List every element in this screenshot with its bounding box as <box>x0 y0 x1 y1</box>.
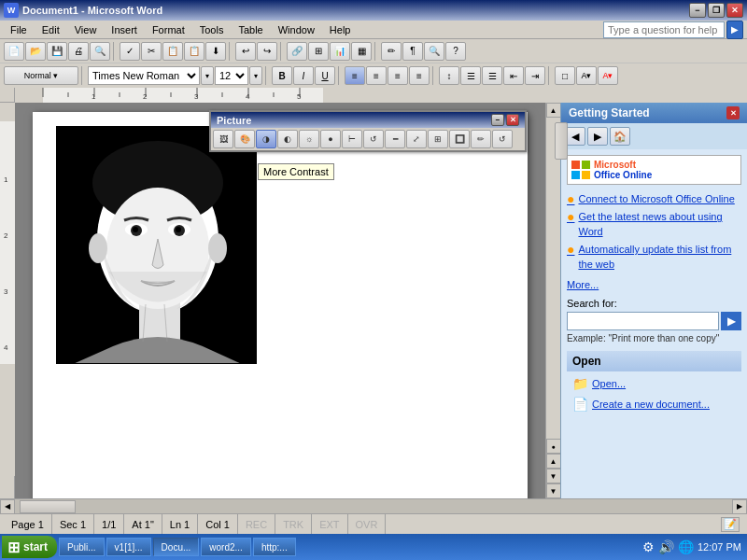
taskbar-item-http[interactable]: http:... <box>253 538 296 556</box>
columns-button[interactable]: ▦ <box>351 42 372 61</box>
italic-button[interactable]: I <box>293 66 314 85</box>
table-button[interactable]: ⊞ <box>308 42 329 61</box>
scroll-thumb[interactable] <box>555 122 568 160</box>
hscroll-track[interactable] <box>15 499 732 514</box>
redo-button[interactable]: ↪ <box>257 42 277 61</box>
align-right-button[interactable]: ≡ <box>388 66 408 85</box>
picture-toolbar-close[interactable]: ✕ <box>506 114 519 126</box>
menu-view[interactable]: View <box>68 21 104 38</box>
scroll-down-button[interactable]: ▼ <box>546 483 561 498</box>
taskbar-item-word2[interactable]: word2... <box>201 538 251 556</box>
color-button[interactable]: 🎨 <box>234 130 255 148</box>
open-link[interactable]: Open... <box>592 378 626 389</box>
more-brightness-button[interactable]: ☼ <box>299 130 319 148</box>
close-button[interactable]: ✕ <box>726 3 743 18</box>
font-dropdown-arrow[interactable]: ▾ <box>201 66 214 85</box>
paste-special-button[interactable]: ⬇ <box>205 42 226 61</box>
gs-link-update[interactable]: ● Automatically update this list from th… <box>567 243 741 272</box>
open-button[interactable]: 📂 <box>25 42 46 61</box>
print-button[interactable]: 🖨 <box>68 42 89 61</box>
menu-edit[interactable]: Edit <box>35 21 66 38</box>
print-preview-button[interactable]: 🔍 <box>90 42 110 61</box>
help-btn[interactable]: ? <box>445 42 466 61</box>
document-container[interactable]: Picture − ✕ 🖼 🎨 ◑ ◐ ☼ ● ⊢ <box>15 103 545 498</box>
gs-link-news[interactable]: ● Get the latest news about using Word <box>567 210 741 239</box>
decrease-indent-button[interactable]: ⇤ <box>503 66 524 85</box>
drawing-button[interactable]: ✏ <box>381 42 402 61</box>
gs-back-button[interactable]: ◀ <box>565 127 585 146</box>
search-button[interactable]: ▶ <box>721 312 741 330</box>
taskbar-item-v1[interactable]: v1[1]... <box>106 538 151 556</box>
help-input[interactable] <box>603 21 725 38</box>
hscroll-thumb[interactable] <box>20 500 76 513</box>
menu-format[interactable]: Format <box>146 21 191 38</box>
menu-help[interactable]: Help <box>323 21 358 38</box>
line-style-button[interactable]: ━ <box>385 130 405 148</box>
copy-button[interactable]: 📋 <box>162 42 183 61</box>
highlight-button[interactable]: A▾ <box>576 66 597 85</box>
start-button[interactable]: ⊞ start <box>2 536 57 558</box>
bullet-list-button[interactable]: ☰ <box>460 66 481 85</box>
gs-forward-button[interactable]: ▶ <box>587 127 608 146</box>
taskbar-sys-icon2[interactable]: 🔊 <box>658 539 674 554</box>
menu-file[interactable]: File <box>4 21 34 38</box>
open-file-item[interactable]: 📁 Open... <box>567 373 741 394</box>
taskbar-item-docu[interactable]: Docu... <box>153 538 200 556</box>
create-new-item[interactable]: 📄 Create a new document... <box>567 394 741 414</box>
gs-home-button[interactable]: 🏠 <box>610 127 630 146</box>
justify-button[interactable]: ≡ <box>409 66 430 85</box>
less-contrast-button[interactable]: ◐ <box>277 130 298 148</box>
gs-more-link[interactable]: More... <box>567 279 741 290</box>
taskbar-item-publc[interactable]: Publi... <box>59 538 105 556</box>
increase-indent-button[interactable]: ⇥ <box>525 66 545 85</box>
less-brightness-button[interactable]: ● <box>320 130 341 148</box>
taskbar-sys-icon1[interactable]: ⚙ <box>642 539 655 554</box>
cut-button[interactable]: ✂ <box>141 42 162 61</box>
align-left-button[interactable]: ≡ <box>345 66 365 85</box>
scroll-select-browse-up[interactable]: ● <box>546 439 561 454</box>
font-size-select[interactable]: 12 <box>215 66 248 85</box>
crop-button[interactable]: ⊢ <box>342 130 362 148</box>
picture-toolbar-minimize[interactable]: − <box>491 114 504 126</box>
minimize-button[interactable]: − <box>689 3 706 18</box>
new-button[interactable]: 📄 <box>4 42 24 61</box>
scroll-up-button[interactable]: ▲ <box>546 103 561 118</box>
taskbar-sys-icon3[interactable]: 🌐 <box>678 539 694 554</box>
line-spacing-button[interactable]: ↕ <box>439 66 459 85</box>
show-all-button[interactable]: ¶ <box>402 42 423 61</box>
menu-insert[interactable]: Insert <box>105 21 144 38</box>
spell-check-button[interactable]: ✓ <box>120 42 140 61</box>
create-new-link[interactable]: Create a new document... <box>592 399 710 410</box>
hscroll-right-button[interactable]: ▶ <box>732 499 747 514</box>
scroll-prev-page[interactable]: ▲ <box>546 454 561 469</box>
more-contrast-button[interactable]: ◑ <box>256 130 276 148</box>
paste-button[interactable]: 📋 <box>184 42 204 61</box>
getting-started-close[interactable]: ✕ <box>726 106 740 119</box>
insert-picture-button[interactable]: 🖼 <box>213 130 233 148</box>
hscroll-left-button[interactable]: ◀ <box>0 499 15 514</box>
menu-window[interactable]: Window <box>272 21 321 38</box>
bold-button[interactable]: B <box>272 66 292 85</box>
scroll-next-page[interactable]: ▼ <box>546 469 561 483</box>
numbered-list-button[interactable]: ☰ <box>482 66 502 85</box>
styles-dropdown[interactable]: Normal ▾ <box>4 66 78 85</box>
zoom-button[interactable]: 🔍 <box>424 42 444 61</box>
save-button[interactable]: 💾 <box>47 42 67 61</box>
restore-button[interactable]: ❐ <box>708 3 725 18</box>
menu-table[interactable]: Table <box>232 21 269 38</box>
gs-link-connect[interactable]: ● Connect to Microsoft Office Online <box>567 192 741 206</box>
hyperlink-button[interactable]: 🔗 <box>287 42 307 61</box>
reset-picture-button[interactable]: ↺ <box>492 130 513 148</box>
align-center-button[interactable]: ≡ <box>366 66 387 85</box>
font-select[interactable]: Times New Roman <box>88 66 200 85</box>
rotate-left-button[interactable]: ↺ <box>363 130 384 148</box>
font-color-button[interactable]: A▾ <box>598 66 618 85</box>
set-transparent-button[interactable]: ✏ <box>471 130 491 148</box>
search-input[interactable] <box>567 312 719 330</box>
insert-excel-button[interactable]: 📊 <box>330 42 350 61</box>
menu-tools[interactable]: Tools <box>193 21 231 38</box>
format-object-button[interactable]: 🔲 <box>449 130 470 148</box>
document-image[interactable] <box>56 126 257 364</box>
outside-borders-button[interactable]: □ <box>555 66 575 85</box>
underline-button[interactable]: U <box>315 66 335 85</box>
